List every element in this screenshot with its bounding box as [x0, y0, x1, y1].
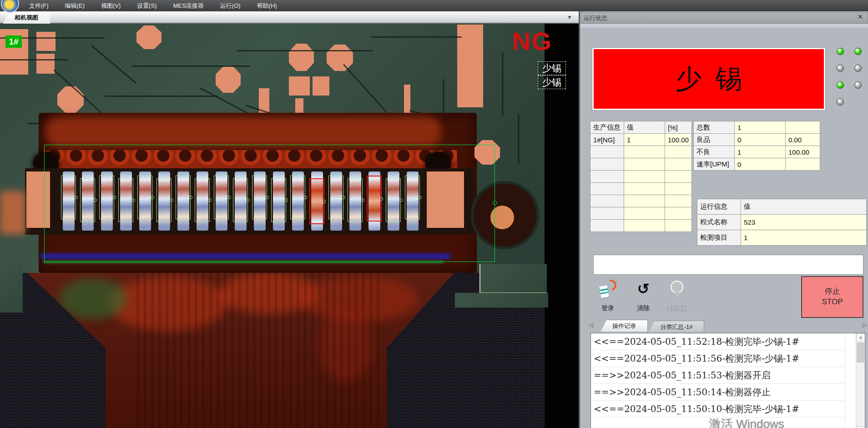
row-label-cell	[590, 183, 624, 195]
clear-glyph: ↺	[637, 281, 650, 297]
tab-summary[interactable]: 分类汇总-1#	[649, 321, 704, 332]
column-header: 运行信息	[697, 199, 741, 215]
value-cell: 1	[624, 134, 665, 146]
row-label-cell: 良品	[694, 134, 735, 146]
pcb-pad-octagon	[216, 66, 241, 93]
stop-button[interactable]: 停止 STOP	[801, 276, 863, 318]
run-status-panel: 运行状态 ✕ 少锡 生产信息值[%]1#[NG]1100.00 总数1良品00.…	[579, 11, 868, 428]
value-cell: 100.00	[665, 134, 692, 146]
log-entry[interactable]: <<==2024-05-05_11:52:18-检测完毕-少锡-1#	[591, 333, 845, 350]
tab-prev-icon[interactable]: ◁	[589, 322, 593, 328]
production-table-grid: 生产信息值[%]1#[NG]1100.00	[590, 121, 692, 232]
clear-button[interactable]: ↺ 清除	[631, 279, 656, 312]
menu-item-3[interactable]: 设置(S)	[129, 0, 165, 11]
panel-body: 少锡 生产信息值[%]1#[NG]1100.00 总数1良品00.00不良110…	[580, 25, 868, 428]
value-cell: 0.00	[786, 134, 820, 146]
login-button-label: 登录	[595, 304, 621, 312]
windows-activation-watermark: 激活 Windows	[709, 416, 784, 428]
run-info-table: 运行信息值程式名称523检测项目1	[697, 199, 867, 246]
log-tab-strip: ◁ 操作记录 分类汇总-1# ▷	[589, 319, 867, 332]
row-label-cell	[590, 158, 624, 171]
log-entry[interactable]: ==>>2024-05-05_11:50:14-检测器停止	[591, 384, 845, 401]
scroll-down-icon[interactable]: ∨	[856, 426, 865, 428]
table-row	[590, 220, 692, 232]
menu-item-2[interactable]: 视图(V)	[93, 0, 129, 11]
operation-log-list[interactable]: <<==2024-05-05_11:52:18-检测完毕-少锡-1#<<==20…	[590, 333, 865, 428]
value-cell	[665, 183, 692, 195]
indicator-lamp-gray	[837, 65, 844, 72]
tab-next-icon[interactable]: ▷	[863, 322, 867, 328]
led-light-button[interactable]: LED 灯	[664, 279, 690, 312]
value-cell	[665, 207, 692, 220]
camera-view[interactable]: 1# NG 少锡 少锡	[0, 24, 579, 428]
log-entry[interactable]: <<==2024-05-05_11:51:56-检测完毕-少锡-1#	[591, 350, 845, 367]
tab-camera-view[interactable]: 相机视图	[3, 11, 50, 24]
menu-item-0[interactable]: 文件(F)	[21, 0, 57, 11]
column-header: [%]	[665, 121, 692, 134]
pcb-edge	[479, 264, 547, 293]
row-label-cell: 程式名称	[697, 215, 741, 230]
value-cell	[624, 158, 665, 171]
row-label-cell	[590, 195, 624, 207]
menu-item-1[interactable]: 编辑(E)	[57, 0, 93, 11]
production-table: 生产信息值[%]1#[NG]1100.00	[590, 121, 692, 232]
defect-alert-text: 少锡	[662, 61, 756, 97]
pcb-pad-octagon	[57, 86, 84, 113]
scrollbar-thumb[interactable]	[857, 342, 864, 363]
badge-icon	[598, 280, 617, 300]
value-cell	[624, 146, 665, 158]
menu-item-6[interactable]: 帮助(H)	[249, 0, 285, 11]
row-label-cell: 1#[NG]	[590, 134, 624, 146]
value-cell: 1	[735, 121, 786, 134]
pcb-edge	[0, 262, 23, 312]
value-cell	[786, 158, 820, 171]
table-row	[590, 158, 692, 171]
pcb-pad	[36, 32, 56, 51]
menu-item-5[interactable]: 运行(O)	[212, 0, 249, 11]
login-button[interactable]: 登录	[595, 279, 621, 312]
refresh-icon: ↺	[634, 280, 653, 300]
value-cell: 523	[741, 215, 867, 230]
table-row	[590, 171, 692, 183]
pcb-trace	[237, 50, 373, 51]
table-row: 不良1100.00	[694, 146, 820, 158]
clear-button-label: 清除	[631, 304, 656, 312]
value-cell: 0	[735, 158, 786, 171]
table-row: 1#[NG]1100.00	[590, 134, 692, 146]
row-label-cell	[590, 207, 624, 220]
close-icon[interactable]: ✕	[856, 13, 864, 21]
value-cell	[665, 195, 692, 207]
camera-id-badge: 1#	[5, 35, 22, 48]
message-box	[593, 255, 863, 275]
indicator-lamp-green	[837, 48, 844, 55]
value-cell	[624, 183, 665, 195]
run-info-table-grid: 运行信息值程式名称523检测项目1	[697, 199, 867, 246]
row-label-cell: 速率[UPM]	[694, 158, 735, 171]
row-label-cell	[590, 171, 624, 183]
table-row: 检测项目1	[697, 230, 867, 246]
value-cell: 1	[735, 146, 786, 158]
bulb-glass	[671, 282, 682, 292]
log-entry[interactable]: <<==2024-05-05_11:50:10-检测完毕-少锡-1#	[591, 401, 845, 418]
chevron-down-icon[interactable]: ▼	[567, 14, 572, 20]
row-label-cell	[590, 220, 624, 232]
statistics-table-grid: 总数1良品00.00不良1100.00速率[UPM]0	[693, 121, 820, 171]
table-row: 良品00.00	[694, 134, 820, 146]
tab-operation-log[interactable]: 操作记录	[601, 320, 648, 332]
pcb-pad-octagon	[289, 44, 314, 71]
bulb-icon	[667, 280, 686, 300]
table-row: 总数1	[694, 121, 820, 134]
value-cell	[624, 207, 665, 220]
pcb-edge	[455, 293, 548, 307]
log-entry[interactable]: ==>>2024-05-05_11:51:53-检测器开启	[591, 367, 845, 384]
table-row	[590, 146, 692, 158]
pcb-pad-octagon	[136, 25, 161, 49]
table-row	[590, 183, 692, 195]
indicator-lamp-gray	[854, 81, 862, 89]
table-row	[590, 207, 692, 220]
result-ng-label: NG	[512, 26, 552, 56]
menu-item-4[interactable]: MES连接器	[165, 0, 212, 11]
vertical-scrollbar[interactable]: ∧ ∨	[856, 333, 865, 428]
bulb-base	[675, 292, 679, 297]
scroll-up-icon[interactable]: ∧	[856, 333, 865, 342]
